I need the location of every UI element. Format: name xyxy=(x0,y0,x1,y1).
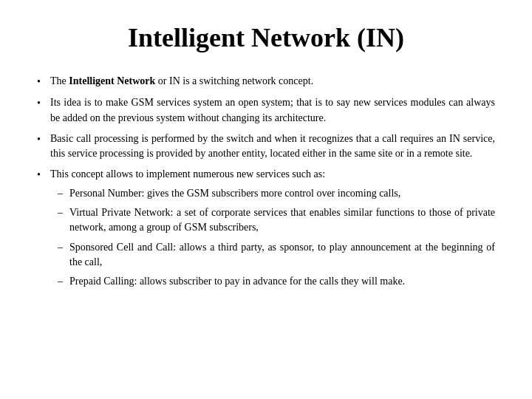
bullet-dot: • xyxy=(37,167,50,183)
list-item: • The Intelligent Network or IN is a swi… xyxy=(37,74,495,89)
bold-text: Intelligent Network xyxy=(69,75,155,86)
dash: – xyxy=(58,186,69,201)
bullet-text: The Intelligent Network or IN is a switc… xyxy=(50,74,495,89)
list-item: • Its idea is to make GSM services syste… xyxy=(37,95,495,126)
sub-text: Sponsored Cell and Call: allows a third … xyxy=(69,240,495,270)
bullet-dot: • xyxy=(37,95,50,111)
bullet-dot: • xyxy=(37,132,50,147)
list-item: • This concept allows to implement numer… xyxy=(37,167,495,293)
sub-list-item: – Virtual Private Network: a set of corp… xyxy=(58,205,495,236)
sub-list: – Personal Number: gives the GSM subscri… xyxy=(58,186,495,290)
bullet-text: This concept allows to implement numerou… xyxy=(50,167,495,293)
bullet-dot: • xyxy=(37,74,50,89)
sub-list-item: – Prepaid Calling: allows subscriber to … xyxy=(58,274,495,289)
slide-container: Intelligent Network (IN) • The Intellige… xyxy=(0,0,532,399)
dash: – xyxy=(58,205,69,220)
dash: – xyxy=(58,274,69,289)
list-item: • Basic call processing is performed by … xyxy=(37,132,495,162)
bullet-list: • The Intelligent Network or IN is a swi… xyxy=(37,74,495,294)
sub-text: Personal Number: gives the GSM subscribe… xyxy=(69,186,495,201)
sub-text: Virtual Private Network: a set of corpor… xyxy=(69,205,495,236)
slide-content: • The Intelligent Network or IN is a swi… xyxy=(37,74,495,377)
slide-title: Intelligent Network (IN) xyxy=(37,22,495,53)
sub-list-item: – Sponsored Cell and Call: allows a thir… xyxy=(58,240,495,270)
dash: – xyxy=(58,240,69,255)
bullet-text: Basic call processing is performed by th… xyxy=(50,132,495,162)
bullet-text: Its idea is to make GSM services system … xyxy=(50,95,495,126)
sub-text: Prepaid Calling: allows subscriber to pa… xyxy=(69,274,495,289)
sub-list-item: – Personal Number: gives the GSM subscri… xyxy=(58,186,495,201)
